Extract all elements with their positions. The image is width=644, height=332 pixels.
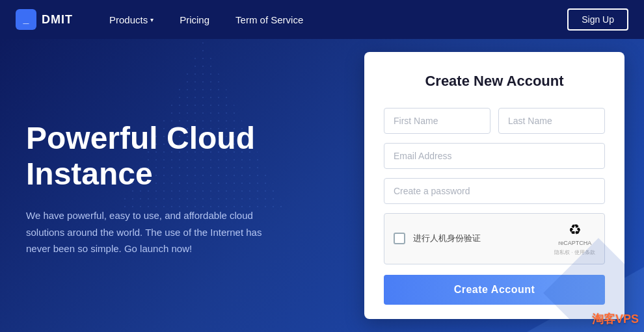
hero-subtitle: We have powerful, easy to use, and affor… xyxy=(26,207,273,257)
hero-content: Powerful Cloud Instance We have powerful… xyxy=(0,39,364,332)
email-group xyxy=(384,143,605,169)
form-title: Create New Account xyxy=(384,73,605,90)
recaptcha-checkbox[interactable] xyxy=(394,233,405,244)
navbar-right: Sign Up xyxy=(567,8,628,31)
email-input[interactable] xyxy=(384,143,605,169)
nav-tos[interactable]: Term of Service xyxy=(225,9,314,31)
recaptcha-sub-text: 隐私权 · 使用条款 xyxy=(554,249,595,256)
nav-products[interactable]: Products ▾ xyxy=(99,9,164,31)
recaptcha-right: ♻ reCAPTCHA 隐私权 · 使用条款 xyxy=(554,222,595,256)
registration-form-panel: Create New Account 进行人机身份验证 ♻ reCAPTCHA … xyxy=(364,52,624,319)
create-account-label: Create Account xyxy=(454,284,535,295)
navbar: _ DMIT Products ▾ Pricing Term of Servic… xyxy=(0,0,644,39)
nav-links: Products ▾ Pricing Term of Service xyxy=(99,9,567,31)
brand-icon: _ xyxy=(16,9,36,30)
last-name-input[interactable] xyxy=(498,108,605,134)
brand-name: DMIT xyxy=(42,13,73,27)
recaptcha-label: 进行人机身份验证 xyxy=(413,233,481,244)
password-group xyxy=(384,178,605,204)
brand: _ DMIT xyxy=(16,9,73,30)
create-account-button[interactable]: Create Account xyxy=(384,275,605,305)
first-name-input[interactable] xyxy=(384,108,490,134)
recaptcha-brand-text: reCAPTCHA xyxy=(558,240,591,248)
password-input[interactable] xyxy=(384,178,605,204)
recaptcha-left: 进行人机身份验证 xyxy=(394,233,481,244)
recaptcha-logo-icon: ♻ xyxy=(569,222,582,238)
nav-pricing[interactable]: Pricing xyxy=(169,9,220,31)
recaptcha-box[interactable]: 进行人机身份验证 ♻ reCAPTCHA 隐私权 · 使用条款 xyxy=(384,213,605,264)
hero-section: Powerful Cloud Instance We have powerful… xyxy=(0,39,644,332)
sign-up-button[interactable]: Sign Up xyxy=(567,8,628,31)
name-row xyxy=(384,108,605,134)
chevron-down-icon: ▾ xyxy=(150,16,154,23)
hero-title: Powerful Cloud Instance xyxy=(26,120,299,192)
